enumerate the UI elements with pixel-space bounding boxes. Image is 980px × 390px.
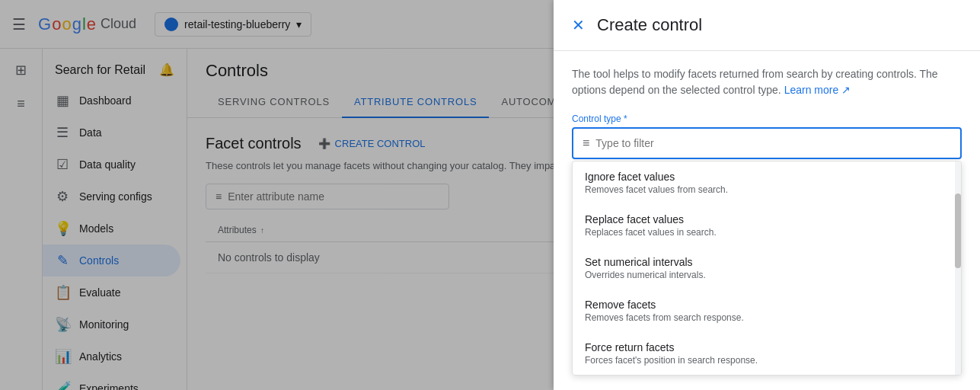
field-inner: ≡ <box>573 129 960 158</box>
scrollbar-thumb[interactable] <box>955 193 961 268</box>
field-container: ≡ <box>572 127 962 159</box>
learn-more-link[interactable]: Learn more ↗ <box>784 84 851 96</box>
panel-body: The tool helps to modify facets returned… <box>554 51 980 390</box>
close-panel-button[interactable]: ✕ <box>572 16 585 34</box>
dropdown-item-title: Replace facet values <box>585 213 949 225</box>
control-type-dropdown: Ignore facet values Removes facet values… <box>572 161 962 376</box>
control-type-input[interactable] <box>595 137 951 149</box>
panel-header: ✕ Create control <box>554 0 980 51</box>
dropdown-item-title: Set numerical intervals <box>585 256 949 268</box>
dropdown-item-ignore-facet[interactable]: Ignore facet values Removes facet values… <box>573 161 961 204</box>
dropdown-item-title: Remove facets <box>585 299 949 311</box>
dropdown-item-title: Force return facets <box>585 341 949 353</box>
panel-title: Create control <box>597 15 702 35</box>
dropdown-scroll: Ignore facet values Removes facet values… <box>573 161 961 375</box>
dropdown-item-desc: Forces facet's position in search respon… <box>585 355 949 366</box>
field-label: Control type * <box>572 113 962 124</box>
control-type-field: Control type * ≡ Ignore facet values Rem… <box>572 113 962 376</box>
dropdown-item-desc: Removes facet values from search. <box>585 184 949 195</box>
dropdown-item-replace-facet[interactable]: Replace facet values Replaces facet valu… <box>573 204 961 247</box>
dropdown-item-force-return[interactable]: Force return facets Forces facet's posit… <box>573 332 961 375</box>
scrollbar-track <box>955 161 961 375</box>
dropdown-item-desc: Overrides numerical intervals. <box>585 270 949 280</box>
field-filter-icon: ≡ <box>583 136 589 150</box>
dropdown-item-set-numerical[interactable]: Set numerical intervals Overrides numeri… <box>573 247 961 289</box>
dropdown-item-desc: Replaces facet values in search. <box>585 227 949 238</box>
panel-description: The tool helps to modify facets returned… <box>572 66 962 98</box>
dropdown-item-remove-facets[interactable]: Remove facets Removes facets from search… <box>573 289 961 332</box>
dropdown-item-desc: Removes facets from search response. <box>585 312 949 323</box>
create-control-panel: ✕ Create control The tool helps to modif… <box>554 0 980 390</box>
dropdown-item-title: Ignore facet values <box>585 171 949 183</box>
